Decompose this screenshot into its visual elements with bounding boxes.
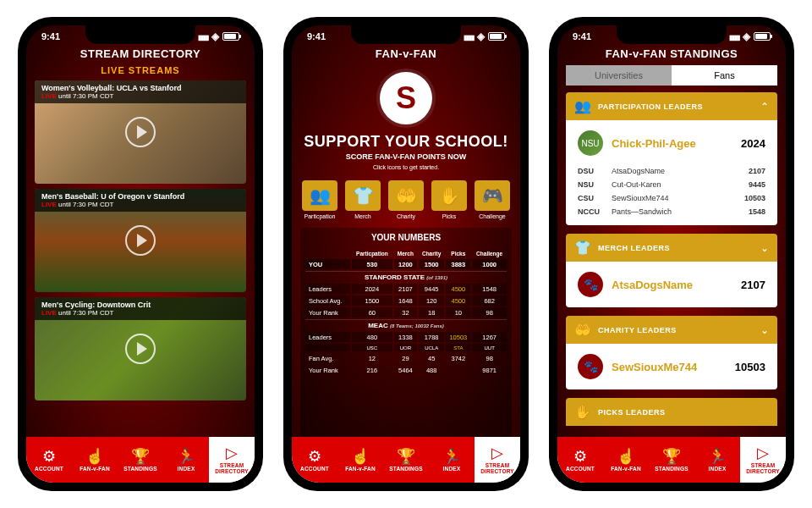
category-merch[interactable]: 👕Merch (343, 180, 382, 219)
wifi-icon (743, 30, 750, 42)
tab-fans[interactable]: Fans (672, 65, 777, 86)
nav-fanvfan[interactable]: ☝FAN-v-FAN (337, 437, 383, 483)
leader-top-row[interactable]: 🐾 AtsaDogsName 2107 (573, 268, 771, 301)
play-icon: ▷ (491, 445, 503, 461)
nav-label: STREAM DIRECTORY (746, 462, 780, 474)
standings-content: Universities Fans 👥 PARTICIPATION LEADER… (557, 65, 786, 437)
play-icon: ▷ (757, 445, 769, 461)
finger-icon: ☝ (85, 449, 104, 464)
challenge-icon: 🎮 (475, 180, 510, 211)
gear-icon: ⚙ (308, 449, 321, 464)
nav-stream-directory[interactable]: ▷STREAM DIRECTORY (209, 437, 255, 483)
avatar: 🐾 (578, 354, 603, 379)
list-item[interactable]: CSUSewSiouxMe74410503 (573, 191, 771, 205)
live-indicator: LIVE (41, 92, 57, 100)
leader-top-row[interactable]: 🐾 SewSiouxMe744 10503 (573, 351, 771, 383)
list-item[interactable]: NCCUPants—Sandwich1548 (573, 205, 771, 218)
nav-standings[interactable]: 🏆STANDINGS (649, 437, 694, 483)
phone-screen-1: 9:41 STREAM DIRECTORY LIVE STREAMS Women… (26, 25, 255, 483)
table-row: USCUORUCLASTAUUT (305, 344, 507, 351)
stream-card-baseball[interactable]: Men's Baseball: U of Oregon v Stanford L… (35, 189, 246, 292)
participation-icon: 👥 (574, 98, 591, 114)
table-row: Leaders20242107944545001548 (305, 284, 507, 294)
nav-standings[interactable]: 🏆STANDINGS (118, 437, 163, 483)
runner-icon: 🏃 (177, 449, 195, 464)
status-time: 9:41 (573, 31, 591, 41)
gear-icon: ⚙ (42, 449, 56, 464)
leader-top-row[interactable]: NSU Chick-Phil-Agee 2024 (573, 127, 771, 159)
bottom-nav: ⚙ACCOUNT ☝FAN-v-FAN 🏆STANDINGS 🏃INDEX ▷S… (26, 437, 255, 483)
nav-label: FAN-v-FAN (80, 466, 110, 472)
live-indicator: LIVE (41, 201, 57, 208)
finger-icon: ☝ (617, 449, 635, 464)
list-item[interactable]: NSUCut-Out-Karen9445 (573, 178, 771, 191)
status-icons (464, 30, 505, 42)
chevron-up-icon: ⌃ (760, 101, 769, 113)
picks-icon: ✋ (431, 180, 467, 211)
table-row: School Avg.150016481204500682 (305, 295, 507, 306)
numbers-headers: Particpation Merch Charity Picks Challen… (305, 249, 507, 257)
tab-universities[interactable]: Universities (566, 65, 672, 86)
leader-body: NSU Chick-Phil-Agee 2024 DSUAtsaDogsName… (566, 120, 777, 225)
nav-fanvfan[interactable]: ☝FAN-v-FAN (603, 437, 649, 483)
leader-score: 2107 (741, 279, 765, 291)
play-icon[interactable] (125, 225, 156, 256)
picks-icon: ✋ (574, 404, 591, 420)
nav-account[interactable]: ⚙ACCOUNT (26, 437, 72, 483)
support-subtitle: SCORE FAN-V-FAN POINTS NOW (300, 152, 512, 161)
play-icon: ▷ (226, 445, 238, 461)
status-icons (729, 30, 771, 42)
live-indicator: LIVE (41, 309, 57, 317)
leader-header[interactable]: 👥 PARTICIPATION LEADERS ⌃ (566, 92, 777, 120)
chevron-down-icon: ⌄ (760, 324, 769, 336)
page-title: FAN-v-FAN (292, 44, 520, 65)
category-picks[interactable]: ✋Picks (430, 180, 469, 219)
standings-list[interactable]: 👥 PARTICIPATION LEADERS ⌃ NSU Chick-Phil… (566, 92, 777, 437)
charity-icon: 🤲 (388, 180, 424, 211)
status-time: 9:41 (307, 31, 326, 41)
status-icons (198, 30, 239, 42)
category-charity[interactable]: 🤲Charity (387, 180, 425, 219)
page-title: FAN-v-FAN STANDINGS (557, 44, 786, 65)
trophy-icon: 🏆 (131, 449, 150, 464)
finger-icon: ☝ (351, 449, 370, 464)
nav-standings[interactable]: 🏆STANDINGS (383, 437, 429, 483)
list-item[interactable]: DSUAtsaDogsName2107 (573, 164, 771, 178)
table-row: Your Rank6032181098 (305, 307, 507, 318)
battery-icon (488, 32, 505, 41)
leader-header[interactable]: 🤲 CHARITY LEADERS ⌄ (566, 316, 777, 344)
leader-header[interactable]: ✋ PICKS LEADERS (566, 398, 777, 426)
nav-index[interactable]: 🏃INDEX (429, 437, 475, 483)
leader-header[interactable]: 👕 MERCH LEADERS ⌄ (566, 234, 777, 262)
category-participation[interactable]: 👥Particpation (300, 180, 339, 219)
participation-icon: 👥 (302, 180, 337, 211)
leader-score: 10503 (735, 361, 765, 373)
nav-account[interactable]: ⚙ACCOUNT (557, 437, 603, 483)
stream-card-volleyball[interactable]: Women's Volleyball: UCLA vs Stanford LIV… (35, 80, 246, 184)
signal-icon (464, 31, 474, 41)
stream-title: Men's Baseball: U of Oregon v Stanford (41, 192, 239, 201)
avatar: NSU (578, 130, 603, 156)
stream-card-cycling[interactable]: Men's Cycling: Downtown Crit LIVE until … (35, 297, 246, 400)
nav-stream-directory[interactable]: ▷STREAM DIRECTORY (740, 437, 786, 483)
category-challenge[interactable]: 🎮Challenge (473, 180, 512, 219)
leader-body: 🐾 SewSiouxMe744 10503 (566, 344, 777, 389)
leader-title: PICKS LEADERS (598, 408, 769, 417)
leader-body: 🐾 AtsaDogsName 2107 (566, 262, 777, 307)
nav-stream-directory[interactable]: ▷STREAM DIRECTORY (475, 437, 520, 483)
nav-label: FAN-v-FAN (345, 466, 376, 472)
nav-index[interactable]: 🏃INDEX (163, 437, 209, 483)
you-row: YOU 5301200150038831000 (305, 259, 507, 269)
play-icon[interactable] (125, 334, 156, 364)
nav-index[interactable]: 🏃INDEX (694, 437, 740, 483)
leader-title: PARTICIPATION LEADERS (598, 102, 754, 111)
nav-account[interactable]: ⚙ACCOUNT (292, 437, 337, 483)
nav-fanvfan[interactable]: ☝FAN-v-FAN (72, 437, 118, 483)
leader-name: SewSiouxMe744 (612, 361, 727, 373)
leader-score: 2024 (741, 137, 765, 150)
play-icon[interactable] (125, 117, 156, 147)
nav-label: STREAM DIRECTORY (480, 462, 514, 474)
nav-label: INDEX (178, 466, 195, 472)
stream-list[interactable]: LIVE STREAMS Women's Volleyball: UCLA vs… (26, 65, 255, 437)
gear-icon: ⚙ (573, 449, 587, 464)
